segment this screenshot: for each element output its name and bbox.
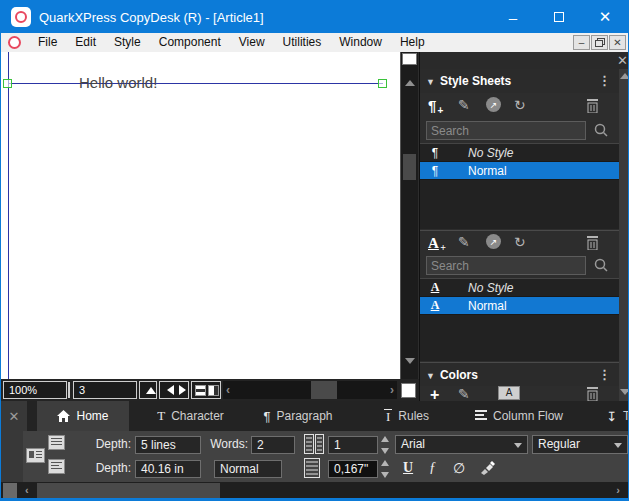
update-style-icon[interactable]: ↗ xyxy=(486,97,501,112)
maximize-button[interactable] xyxy=(536,1,582,33)
menu-help[interactable]: Help xyxy=(391,33,434,52)
no-break-button[interactable]: ∅ xyxy=(453,460,465,476)
font-style-select[interactable]: Regular xyxy=(532,435,628,454)
character-search-input[interactable] xyxy=(426,256,586,275)
gutter-width-field[interactable]: 0,167" xyxy=(328,460,378,478)
horizontal-scroll-thumb[interactable] xyxy=(311,381,337,399)
component-icon[interactable] xyxy=(26,448,45,463)
scroll-up-icon[interactable] xyxy=(405,80,415,86)
document-vertical-scrollbar[interactable] xyxy=(400,52,418,379)
page-number-field[interactable]: 3 xyxy=(73,381,137,399)
wysiwyg-view-icon[interactable] xyxy=(208,385,219,396)
page-up-button[interactable] xyxy=(139,381,157,399)
text-lines-icon[interactable] xyxy=(48,435,65,450)
delete-color-icon[interactable] xyxy=(586,387,599,401)
style-sheets-menu-icon[interactable]: ⋮ xyxy=(598,69,611,93)
underline-button[interactable]: U xyxy=(403,460,413,476)
list-item[interactable]: ¶ No Style xyxy=(420,144,619,162)
tabbar-close-icon[interactable]: ✕ xyxy=(1,401,27,431)
new-character-style-icon[interactable]: A+ xyxy=(428,235,439,251)
edit-color-icon[interactable]: ✎ xyxy=(458,386,470,401)
view-mode-buttons[interactable] xyxy=(191,381,221,399)
new-color-icon[interactable]: + xyxy=(430,386,439,401)
text-depth-icon[interactable] xyxy=(48,459,65,474)
scroll-left-icon[interactable]: ‹ xyxy=(25,484,29,496)
tab-column-flow[interactable]: Column Flow xyxy=(469,401,569,431)
colors-section-header[interactable]: ▼Colors ⋮ xyxy=(420,362,619,386)
tab-character[interactable]: T Character xyxy=(143,401,238,431)
menu-component[interactable]: Component xyxy=(150,33,230,52)
menu-file[interactable]: File xyxy=(29,33,66,52)
list-item[interactable]: A Normal xyxy=(420,297,619,315)
colors-menu-icon[interactable]: ⋮ xyxy=(598,363,611,387)
tab-rules[interactable]: I Rules xyxy=(374,401,439,431)
menu-edit[interactable]: Edit xyxy=(66,33,105,52)
paragraph-search-input[interactable] xyxy=(426,121,586,140)
splitter-handle[interactable] xyxy=(68,382,70,398)
tab-tabs[interactable]: ↧ Ta xyxy=(601,401,629,431)
scroll-down-icon[interactable] xyxy=(405,358,415,364)
selection-handle-left[interactable] xyxy=(3,79,12,88)
close-button[interactable]: ✕ xyxy=(582,1,628,33)
resize-corner[interactable] xyxy=(3,483,17,498)
scroll-right-icon[interactable]: › xyxy=(616,484,620,496)
tab-paragraph[interactable]: ¶ Paragraph xyxy=(253,401,343,431)
column-count-field[interactable]: 1 xyxy=(328,436,378,454)
page-grabber[interactable] xyxy=(401,383,416,398)
doc-minimize-button[interactable]: – xyxy=(573,35,590,50)
list-item[interactable]: ¶ Normal xyxy=(420,162,619,180)
refresh-style-icon[interactable]: ↻ xyxy=(514,234,526,250)
menu-view[interactable]: View xyxy=(230,33,274,52)
search-icon[interactable] xyxy=(594,123,608,137)
menu-bar: File Edit Style Component View Utilities… xyxy=(1,33,628,52)
marker-brush-icon[interactable] xyxy=(479,460,495,475)
list-item[interactable]: A No Style xyxy=(420,279,619,297)
vertical-scroll-thumb[interactable] xyxy=(403,154,416,180)
page-nav-buttons[interactable] xyxy=(159,381,189,399)
doc-close-button[interactable]: ✕ xyxy=(609,35,626,50)
depth-inches-field[interactable]: 40.16 in xyxy=(135,460,201,478)
refresh-style-icon[interactable]: ↻ xyxy=(514,97,526,113)
article-text[interactable]: Hello world! xyxy=(79,74,157,91)
delete-style-icon[interactable] xyxy=(586,236,599,250)
applied-style-field[interactable]: Normal xyxy=(214,460,282,478)
palette-close-icon[interactable]: ✕ xyxy=(617,53,628,68)
collapse-triangle-icon[interactable]: ▼ xyxy=(426,77,435,87)
scroll-left-icon[interactable]: ‹ xyxy=(226,383,230,397)
menu-window[interactable]: Window xyxy=(330,33,391,52)
edit-style-icon[interactable]: ✎ xyxy=(458,234,470,250)
palette-scrollbar[interactable] xyxy=(619,69,629,401)
scrollbar-split-box[interactable] xyxy=(402,53,417,65)
delete-style-icon[interactable] xyxy=(586,99,599,113)
next-page-icon[interactable] xyxy=(179,385,186,395)
font-family-select[interactable]: Arial xyxy=(395,435,528,454)
collapse-triangle-icon[interactable]: ▼ xyxy=(426,371,435,381)
scroll-right-icon[interactable]: › xyxy=(390,383,394,397)
update-style-icon[interactable]: ↗ xyxy=(486,234,501,249)
words-count-field[interactable]: 2 xyxy=(251,436,295,454)
edit-style-icon[interactable]: ✎ xyxy=(458,97,470,113)
depth-lines-field[interactable]: 5 lines xyxy=(135,436,201,454)
doc-restore-button[interactable] xyxy=(591,35,608,50)
bottom-horizontal-scrollbar[interactable]: ‹ › xyxy=(1,482,628,499)
column-stepper[interactable] xyxy=(381,435,391,455)
galley-view-icon[interactable] xyxy=(195,385,206,396)
horizontal-scroll-thumb[interactable] xyxy=(37,483,220,498)
search-icon[interactable] xyxy=(594,258,608,272)
tab-home[interactable]: Home xyxy=(37,401,129,431)
document-canvas[interactable]: Hello world! xyxy=(1,52,400,379)
style-sheets-section-header[interactable]: ▼Style Sheets ⋮ xyxy=(420,69,619,93)
document-horizontal-scrollbar[interactable]: ‹ › xyxy=(223,381,397,399)
menu-style[interactable]: Style xyxy=(105,33,150,52)
text-color-button[interactable]: A xyxy=(498,386,520,400)
zoom-level-field[interactable]: 100% xyxy=(3,381,67,399)
new-paragraph-style-icon[interactable]: ¶+ xyxy=(428,97,436,114)
prev-page-icon[interactable] xyxy=(167,385,174,395)
menu-utilities[interactable]: Utilities xyxy=(274,33,331,52)
font-features-button[interactable]: ƒ xyxy=(429,460,436,476)
minimize-button[interactable]: – xyxy=(490,1,536,33)
palette-scroll-up-icon[interactable] xyxy=(620,73,629,79)
gutter-stepper[interactable] xyxy=(381,459,391,479)
selection-handle-right[interactable] xyxy=(378,79,387,88)
palette-scroll-down-icon[interactable] xyxy=(620,389,629,395)
